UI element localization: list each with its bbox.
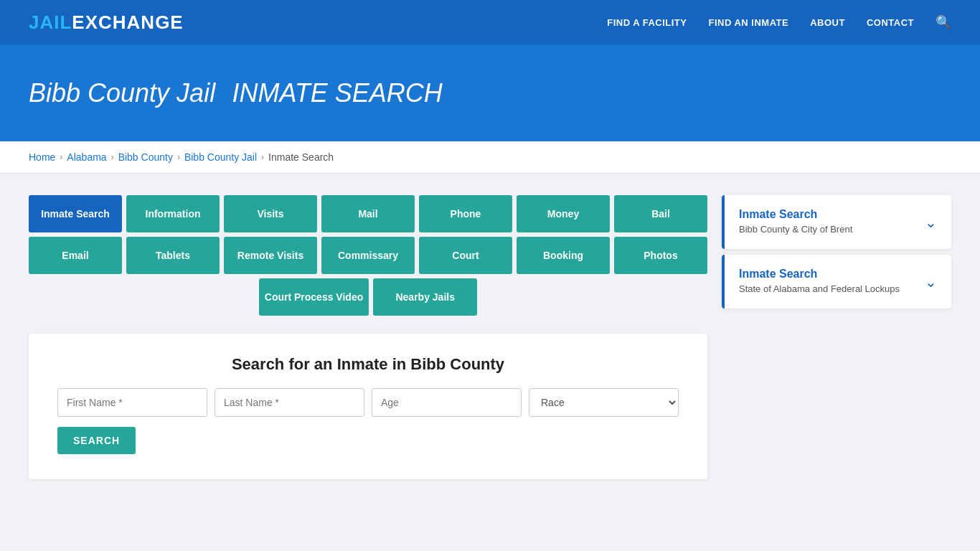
header-search-icon[interactable]: 🔍	[936, 14, 951, 30]
search-form-title: Search for an Inmate in Bibb County	[57, 355, 679, 374]
tab-photos[interactable]: Photos	[614, 237, 707, 274]
bc-sep-3: ›	[177, 152, 180, 162]
tabs-row-2: Email Tablets Remote Visits Commissary C…	[29, 237, 707, 274]
tab-information[interactable]: Information	[126, 195, 220, 232]
search-fields: Race White Black Hispanic Asian Other	[57, 388, 679, 417]
bc-sep-1: ›	[60, 152, 62, 162]
bc-sep-4: ›	[261, 152, 264, 162]
tab-phone[interactable]: Phone	[419, 195, 512, 232]
tab-inmate-search[interactable]: Inmate Search	[29, 195, 122, 232]
sidebar-card-bibb-title: Inmate Search	[739, 208, 852, 221]
tab-email[interactable]: Email	[29, 237, 122, 274]
sidebar-card-alabama: Inmate Search State of Alabama and Feder…	[722, 255, 951, 309]
bc-alabama[interactable]: Alabama	[67, 151, 106, 163]
right-sidebar: Inmate Search Bibb County & City of Bren…	[722, 195, 951, 479]
nav-contact[interactable]: CONTACT	[867, 17, 914, 28]
sidebar-card-bibb-inner[interactable]: Inmate Search Bibb County & City of Bren…	[722, 195, 951, 249]
page-title: Bibb County Jail INMATE SEARCH	[29, 75, 951, 109]
bc-current: Inmate Search	[268, 151, 334, 163]
nav-about[interactable]: ABOUT	[810, 17, 845, 28]
nav-find-facility[interactable]: FIND A FACILITY	[607, 17, 687, 28]
main-content: Inmate Search Information Visits Mail Ph…	[0, 174, 980, 501]
tab-bail[interactable]: Bail	[614, 195, 707, 232]
tabs-row-1: Inmate Search Information Visits Mail Ph…	[29, 195, 707, 232]
tab-visits[interactable]: Visits	[224, 195, 317, 232]
sidebar-card-alabama-title: Inmate Search	[739, 268, 900, 281]
bc-jail[interactable]: Bibb County Jail	[184, 151, 257, 163]
hero-title-main: Bibb County Jail	[29, 78, 215, 108]
logo-part2: EXCHANGE	[72, 11, 183, 33]
logo[interactable]: JAILEXCHANGE	[29, 11, 184, 34]
tab-court-process-video[interactable]: Court Process Video	[259, 278, 369, 316]
sidebar-card-bibb-sub: Bibb County & City of Brent	[739, 223, 852, 236]
bc-county[interactable]: Bibb County	[118, 151, 173, 163]
hero-banner: Bibb County Jail INMATE SEARCH	[0, 46, 980, 141]
tab-court[interactable]: Court	[419, 237, 512, 274]
first-name-input[interactable]	[57, 388, 207, 417]
search-form-container: Search for an Inmate in Bibb County Race…	[29, 334, 707, 479]
tab-remote-visits[interactable]: Remote Visits	[224, 237, 317, 274]
tab-booking[interactable]: Booking	[517, 237, 610, 274]
search-button[interactable]: SEARCH	[57, 427, 136, 454]
bc-home[interactable]: Home	[29, 151, 55, 163]
nav: FIND A FACILITY FIND AN INMATE ABOUT CON…	[607, 14, 951, 30]
sidebar-card-bibb-text: Inmate Search Bibb County & City of Bren…	[739, 208, 852, 236]
race-select[interactable]: Race White Black Hispanic Asian Other	[529, 388, 679, 417]
chevron-down-icon-alabama: ⌄	[925, 273, 937, 291]
header: JAILEXCHANGE FIND A FACILITY FIND AN INM…	[0, 0, 980, 46]
hero-title-sub: INMATE SEARCH	[232, 78, 442, 108]
nav-find-inmate[interactable]: FIND AN INMATE	[708, 17, 788, 28]
tab-money[interactable]: Money	[517, 195, 610, 232]
tab-tablets[interactable]: Tablets	[126, 237, 220, 274]
tab-nearby-jails[interactable]: Nearby Jails	[373, 278, 477, 316]
tab-mail[interactable]: Mail	[321, 195, 415, 232]
breadcrumb: Home › Alabama › Bibb County › Bibb Coun…	[0, 141, 980, 174]
sidebar-card-bibb: Inmate Search Bibb County & City of Bren…	[722, 195, 951, 249]
age-input[interactable]	[372, 388, 522, 417]
bc-sep-2: ›	[111, 152, 114, 162]
tabs-row-3: Court Process Video Nearby Jails	[29, 278, 707, 316]
left-column: Inmate Search Information Visits Mail Ph…	[29, 195, 707, 479]
tab-commissary[interactable]: Commissary	[321, 237, 415, 274]
sidebar-card-alabama-inner[interactable]: Inmate Search State of Alabama and Feder…	[722, 255, 951, 309]
chevron-down-icon-bibb: ⌄	[925, 214, 937, 231]
last-name-input[interactable]	[215, 388, 364, 417]
sidebar-card-alabama-text: Inmate Search State of Alabama and Feder…	[739, 268, 900, 296]
sidebar-card-alabama-sub: State of Alabama and Federal Lockups	[739, 283, 900, 296]
logo-part1: JAIL	[29, 11, 72, 33]
